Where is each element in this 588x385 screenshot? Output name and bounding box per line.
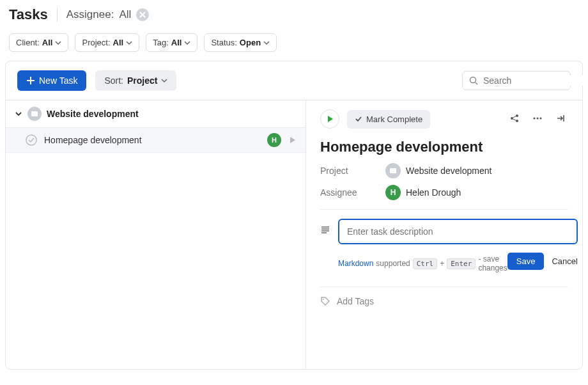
divider <box>57 8 58 22</box>
filter-tag[interactable]: Tag: All <box>146 33 197 52</box>
chevron-down-icon <box>184 40 190 46</box>
group-name: Website development <box>47 109 139 119</box>
chevron-down-icon <box>15 110 22 118</box>
filter-value: Open <box>240 38 261 47</box>
mark-complete-button[interactable]: Mark Complete <box>347 110 430 129</box>
filter-value: All <box>113 38 124 47</box>
svg-rect-9 <box>390 168 396 173</box>
description-input[interactable] <box>338 219 578 244</box>
markdown-text: supported <box>376 259 410 268</box>
main-panel: New Task Sort: Project Website developme… <box>5 61 583 370</box>
project-value[interactable]: Website development <box>385 163 491 178</box>
sort-value: Project <box>127 75 157 86</box>
kbd-ctrl: Ctrl <box>413 258 438 269</box>
kbd-enter: Enter <box>447 258 476 269</box>
filter-value: All <box>171 38 182 47</box>
svg-point-5 <box>516 120 518 122</box>
tag-icon <box>320 296 330 306</box>
play-icon <box>326 115 334 123</box>
filter-row: Client: All Project: All Tag: All Status… <box>0 29 588 61</box>
save-button[interactable]: Save <box>507 253 545 270</box>
plus-text: + <box>440 259 444 268</box>
new-task-label: New Task <box>39 75 77 86</box>
assignee-avatar: H <box>267 133 281 147</box>
svg-point-4 <box>516 114 518 117</box>
cancel-button[interactable]: Cancel <box>552 256 577 266</box>
markdown-hint: Markdown supported Ctrl + Enter - save c… <box>338 255 507 272</box>
svg-point-2 <box>26 135 36 145</box>
project-name: Website development <box>406 166 491 176</box>
add-tags-label: Add Tags <box>337 296 374 306</box>
chevron-down-icon <box>263 40 270 46</box>
assignee-label: Assignee <box>320 187 370 198</box>
filter-label: Client: <box>16 38 40 47</box>
svg-point-10 <box>323 299 324 300</box>
svg-point-6 <box>534 117 536 119</box>
share-icon[interactable] <box>507 111 522 128</box>
check-circle-icon[interactable] <box>25 134 38 146</box>
mark-complete-label: Mark Complete <box>366 114 422 124</box>
sort-button[interactable]: Sort: Project <box>95 70 176 91</box>
chevron-down-icon <box>55 40 61 46</box>
chevron-down-icon <box>161 77 167 84</box>
more-icon[interactable] <box>530 111 545 128</box>
task-row[interactable]: Homepage development H <box>6 127 306 153</box>
plus-icon <box>26 76 35 85</box>
assignee-value: All <box>119 8 131 21</box>
close-icon[interactable] <box>136 8 149 21</box>
play-icon[interactable] <box>288 136 297 145</box>
check-icon <box>355 115 362 123</box>
filter-client[interactable]: Client: All <box>9 33 68 52</box>
assignee-filter-chip[interactable]: Assignee: All <box>66 8 150 21</box>
add-tags-button[interactable]: Add Tags <box>320 287 568 306</box>
filter-label: Tag: <box>153 38 169 47</box>
timer-play-button[interactable] <box>320 109 339 129</box>
filter-project[interactable]: Project: All <box>75 33 139 52</box>
assignee-label: Assignee: <box>66 8 114 21</box>
svg-point-7 <box>537 117 539 119</box>
sort-label: Sort: <box>104 75 123 86</box>
description-icon <box>320 219 330 235</box>
collapse-panel-icon[interactable] <box>553 111 568 128</box>
kbd-hint-text: - save changes <box>478 255 507 272</box>
search-input[interactable] <box>483 75 588 86</box>
task-detail-panel: Mark Complete Homepage development Proje… <box>306 100 582 369</box>
task-group-header[interactable]: Website development <box>6 100 306 127</box>
assignee-value[interactable]: H Helen Drough <box>385 185 461 200</box>
svg-point-8 <box>540 117 542 119</box>
filter-status[interactable]: Status: Open <box>204 33 277 52</box>
project-icon <box>27 107 42 121</box>
project-icon <box>385 163 401 178</box>
task-list: Website development Homepage development… <box>6 100 306 369</box>
filter-label: Status: <box>211 38 236 47</box>
svg-rect-1 <box>31 111 38 116</box>
new-task-button[interactable]: New Task <box>17 70 86 91</box>
filter-value: All <box>42 38 53 47</box>
page-title: Tasks <box>9 6 48 23</box>
assignee-avatar: H <box>385 185 401 200</box>
filter-label: Project: <box>82 38 110 47</box>
svg-point-0 <box>470 77 476 83</box>
task-detail-title: Homepage development <box>320 139 568 155</box>
project-label: Project <box>320 166 370 176</box>
task-name: Homepage development <box>44 135 261 145</box>
assignee-name: Helen Drough <box>406 187 461 198</box>
chevron-down-icon <box>126 40 132 46</box>
search-box[interactable] <box>462 71 571 90</box>
search-icon <box>469 76 478 85</box>
markdown-link[interactable]: Markdown <box>338 259 373 268</box>
